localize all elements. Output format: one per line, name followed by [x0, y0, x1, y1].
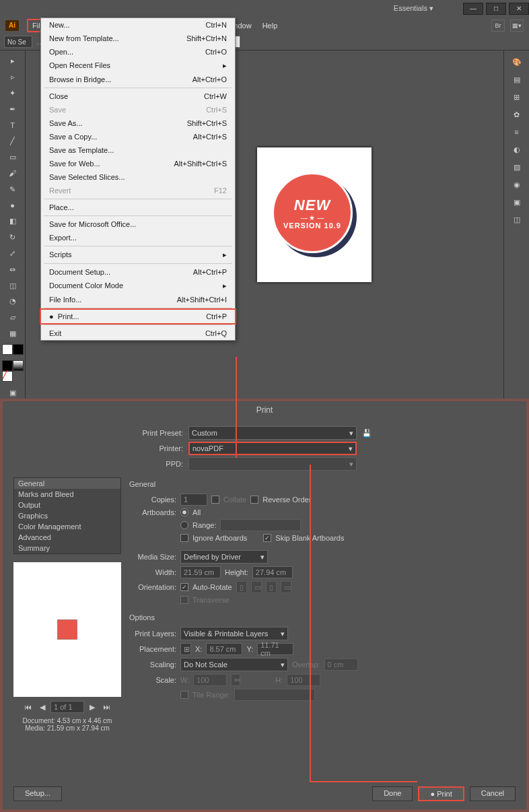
- scale-tool[interactable]: ⤢: [5, 246, 21, 261]
- copies-input[interactable]: 1: [180, 494, 207, 506]
- graphic-styles-panel-icon[interactable]: ▣: [509, 194, 525, 210]
- gradient-panel-icon[interactable]: ◐: [509, 141, 525, 158]
- color-panel-icon[interactable]: 🎨: [509, 54, 525, 70]
- arrange-icon[interactable]: ▦▾: [510, 20, 524, 32]
- section-options: Options: [129, 613, 516, 621]
- reverse-checkbox[interactable]: [250, 496, 258, 504]
- bridge-icon[interactable]: Br: [491, 20, 505, 32]
- printer-label: Printer:: [13, 444, 188, 452]
- orient-landscape-icon: ▭: [251, 581, 262, 593]
- cat-general[interactable]: General: [14, 478, 120, 489]
- autorotate-checkbox[interactable]: ✓: [180, 583, 188, 591]
- page-last-button[interactable]: ⏭: [100, 703, 113, 711]
- menu-new[interactable]: New...Ctrl+N: [41, 18, 235, 32]
- screen-mode-tool[interactable]: ▣: [5, 385, 21, 400]
- scale-label: Scale:: [129, 676, 176, 684]
- color-mode-toggle[interactable]: ╱: [2, 360, 24, 382]
- menu-print[interactable]: ● Print...Ctrl+P: [40, 308, 236, 325]
- range-radio[interactable]: [180, 521, 188, 529]
- ignore-artboards-checkbox[interactable]: [180, 534, 188, 542]
- skip-blank-checkbox[interactable]: ✓: [263, 534, 271, 542]
- cat-summary[interactable]: Summary: [14, 543, 120, 553]
- menu-file-info[interactable]: File Info...Alt+Shift+Ctrl+I: [41, 293, 235, 306]
- reverse-label: Reverse Order: [262, 496, 311, 504]
- close-button[interactable]: ✕: [509, 3, 529, 15]
- menu-place[interactable]: Place...: [41, 201, 235, 214]
- menu-exit[interactable]: ExitCtrl+Q: [41, 327, 235, 340]
- menu-help[interactable]: Help: [257, 19, 283, 32]
- rotate-tool[interactable]: ↻: [5, 230, 21, 245]
- setup-button[interactable]: Setup...: [13, 786, 62, 801]
- menu-open-recent[interactable]: Open Recent Files: [41, 59, 235, 73]
- preview-artwork: [57, 619, 77, 640]
- save-preset-icon[interactable]: 💾: [362, 429, 372, 438]
- blob-brush-tool[interactable]: ●: [5, 198, 21, 213]
- menu-browse-bridge[interactable]: Browse in Bridge...Alt+Ctrl+O: [41, 73, 235, 86]
- done-button[interactable]: Done: [372, 786, 413, 801]
- cat-color-mgmt[interactable]: Color Management: [14, 521, 120, 532]
- minimize-button[interactable]: —: [463, 3, 483, 15]
- cat-marks[interactable]: Marks and Bleed: [14, 489, 120, 500]
- star-icon: — ★ —: [301, 214, 324, 222]
- media-select[interactable]: Defined by Driver▾: [180, 550, 268, 564]
- menu-save-copy[interactable]: Save a Copy...Alt+Ctrl+S: [41, 130, 235, 143]
- page-indicator: 1 of 1: [50, 701, 84, 713]
- width-tool[interactable]: ⇔: [5, 262, 21, 277]
- shape-builder-tool[interactable]: ◔: [5, 294, 21, 309]
- x-input[interactable]: 8.57 cm: [206, 643, 242, 655]
- cat-output[interactable]: Output: [14, 500, 120, 510]
- menu-export[interactable]: Export...: [41, 231, 235, 244]
- rectangle-tool[interactable]: ▭: [5, 150, 21, 165]
- symbols-panel-icon[interactable]: ✿: [509, 106, 525, 123]
- menu-save-template[interactable]: Save as Template...: [41, 143, 235, 157]
- placement-grid-icon[interactable]: ⊞: [180, 643, 191, 655]
- page-prev-button[interactable]: ◀: [37, 703, 48, 712]
- appearance-panel-icon[interactable]: ◉: [509, 176, 525, 193]
- section-general: General: [129, 480, 516, 488]
- menu-new-template[interactable]: New from Template...Shift+Ctrl+N: [41, 32, 235, 45]
- printer-select[interactable]: novaPDF▾: [188, 442, 357, 455]
- preset-select[interactable]: Custom▾: [188, 426, 357, 440]
- type-tool[interactable]: T: [5, 118, 21, 133]
- selection-tool[interactable]: ▸: [5, 54, 21, 69]
- printlayers-select[interactable]: Visible & Printable Layers▾: [180, 627, 288, 640]
- print-button[interactable]: ● Print: [418, 786, 464, 801]
- direct-select-tool[interactable]: ▹: [5, 70, 21, 85]
- y-input[interactable]: 11.71 cm: [257, 643, 293, 655]
- mesh-tool[interactable]: ▦: [5, 327, 21, 341]
- magic-wand-tool[interactable]: ✦: [5, 86, 21, 101]
- placement-label: Placement:: [129, 645, 176, 653]
- menu-color-mode[interactable]: Document Color Mode: [41, 279, 235, 293]
- cat-graphics[interactable]: Graphics: [14, 510, 120, 521]
- maximize-button[interactable]: □: [486, 3, 506, 15]
- menu-doc-setup[interactable]: Document Setup...Alt+Ctrl+P: [41, 265, 235, 279]
- scaling-select[interactable]: Do Not Scale▾: [180, 658, 288, 671]
- menu-open[interactable]: Open...Ctrl+O: [41, 45, 235, 59]
- page-first-button[interactable]: ⏮: [22, 703, 34, 711]
- paintbrush-tool[interactable]: 🖌: [5, 166, 21, 181]
- transparency-panel-icon[interactable]: ▨: [509, 159, 525, 175]
- menu-close[interactable]: CloseCtrl+W: [41, 90, 235, 103]
- free-transform-tool[interactable]: ◫: [5, 278, 21, 293]
- cancel-button[interactable]: Cancel: [470, 786, 516, 801]
- eraser-tool[interactable]: ◧: [5, 214, 21, 229]
- all-radio[interactable]: [180, 508, 188, 516]
- menu-save-web[interactable]: Save for Web...Alt+Shift+Ctrl+S: [41, 157, 235, 170]
- stroke-panel-icon[interactable]: ≡: [509, 124, 525, 140]
- layers-panel-icon[interactable]: ◫: [509, 211, 525, 228]
- brushes-panel-icon[interactable]: ⊞: [509, 89, 525, 105]
- menu-save-ms[interactable]: Save for Microsoft Office...: [41, 217, 235, 231]
- cat-advanced[interactable]: Advanced: [14, 532, 120, 543]
- menu-save-slices[interactable]: Save Selected Slices...: [41, 170, 235, 184]
- perspective-tool[interactable]: ▱: [5, 310, 21, 325]
- workspace-switcher[interactable]: Essentials ▾: [394, 4, 433, 13]
- line-tool[interactable]: ╱: [5, 134, 21, 149]
- fill-stroke-swatch[interactable]: [2, 344, 24, 355]
- pencil-tool[interactable]: ✎: [5, 182, 21, 197]
- page-next-button[interactable]: ▶: [87, 703, 98, 712]
- pen-tool[interactable]: ✒: [5, 102, 21, 116]
- preview-nav: ⏮ ◀ 1 of 1 ▶ ⏭: [13, 701, 121, 713]
- menu-scripts[interactable]: Scripts: [41, 248, 235, 262]
- menu-save-as[interactable]: Save As...Shift+Ctrl+S: [41, 116, 235, 130]
- swatches-panel-icon[interactable]: ▤: [509, 71, 525, 88]
